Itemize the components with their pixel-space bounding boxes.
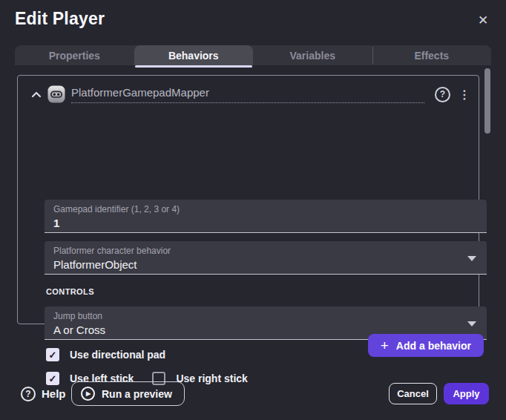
apply-button[interactable]: Apply	[444, 383, 489, 404]
gamepad-identifier-value: 1	[53, 216, 478, 231]
gamepad-identifier-field[interactable]: Gamepad identifier (1, 2, 3 or 4) 1	[45, 200, 487, 233]
platformer-behavior-label: Platformer character behavior	[53, 246, 478, 256]
scrollbar[interactable]	[484, 68, 490, 134]
tab-variables-label: Variables	[290, 50, 336, 62]
run-preview-label: Run a preview	[102, 388, 172, 400]
chevron-down-icon	[467, 321, 476, 327]
page-title: Edit Player	[15, 9, 105, 29]
use-right-stick-label: Use right stick	[176, 373, 247, 384]
collapse-behavior-button[interactable]	[28, 87, 45, 102]
run-preview-button[interactable]: ▶ Run a preview	[71, 381, 185, 406]
gamepad-icon	[47, 85, 65, 103]
tab-properties-label: Properties	[49, 50, 100, 62]
close-icon[interactable]: ✕	[473, 11, 493, 30]
jump-button-label: Jump button	[53, 311, 478, 321]
tab-properties[interactable]: Properties	[15, 45, 134, 65]
behavior-name-field[interactable]: PlatformerGamepadMapper	[71, 86, 424, 103]
behavior-panel: PlatformerGamepadMapper ? ⋮ Gamepad iden…	[17, 75, 479, 324]
tab-effects-label: Effects	[414, 50, 449, 62]
cancel-button[interactable]: Cancel	[389, 383, 437, 404]
tab-behaviors-label: Behaviors	[168, 50, 219, 62]
play-icon: ▶	[81, 387, 95, 401]
platformer-behavior-select[interactable]: Platformer character behavior Platformer…	[45, 241, 487, 275]
behavior-menu-icon[interactable]: ⋮	[456, 88, 473, 102]
tab-bar: Properties Behaviors Variables Effects	[15, 45, 491, 65]
gamepad-identifier-label: Gamepad identifier (1, 2, 3 or 4)	[53, 204, 478, 214]
tab-effects[interactable]: Effects	[372, 45, 492, 65]
behavior-panel-header: PlatformerGamepadMapper ? ⋮	[28, 82, 473, 107]
add-behavior-label: Add a behavior	[396, 340, 471, 352]
edit-player-dialog: Edit Player ✕ Properties Behaviors Varia…	[0, 0, 506, 420]
platformer-behavior-value: PlatformerObject	[53, 257, 478, 272]
directional-pad-row: ✓ Use directional pad	[46, 347, 165, 362]
tab-behaviors[interactable]: Behaviors	[134, 45, 254, 65]
add-behavior-button[interactable]: + Add a behavior	[368, 334, 484, 357]
help-icon: ?	[21, 387, 36, 401]
check-icon: ✓	[49, 350, 57, 360]
use-directional-pad-checkbox[interactable]: ✓	[46, 348, 59, 361]
help-button[interactable]: ? Help	[21, 381, 66, 406]
controls-section-header: CONTROLS	[46, 287, 94, 296]
chevron-down-icon	[467, 256, 476, 261]
chevron-up-icon	[31, 91, 42, 98]
help-label: Help	[42, 387, 66, 400]
tab-variables[interactable]: Variables	[253, 45, 372, 65]
use-directional-pad-label: Use directional pad	[70, 349, 165, 361]
plus-icon: +	[381, 338, 389, 352]
behavior-help-icon[interactable]: ?	[435, 87, 450, 102]
